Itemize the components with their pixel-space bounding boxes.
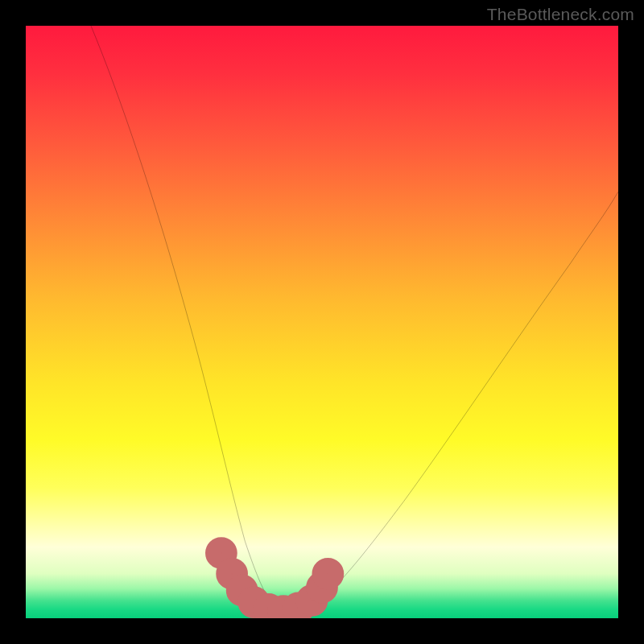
bottleneck-curve — [91, 26, 618, 613]
chart-svg — [26, 26, 618, 618]
plot-area — [26, 26, 618, 618]
chart-frame: TheBottleneck.com — [0, 0, 644, 644]
svg-point-9 — [320, 565, 336, 582]
optimal-zone-marker — [213, 545, 336, 618]
watermark-text: TheBottleneck.com — [487, 5, 634, 24]
